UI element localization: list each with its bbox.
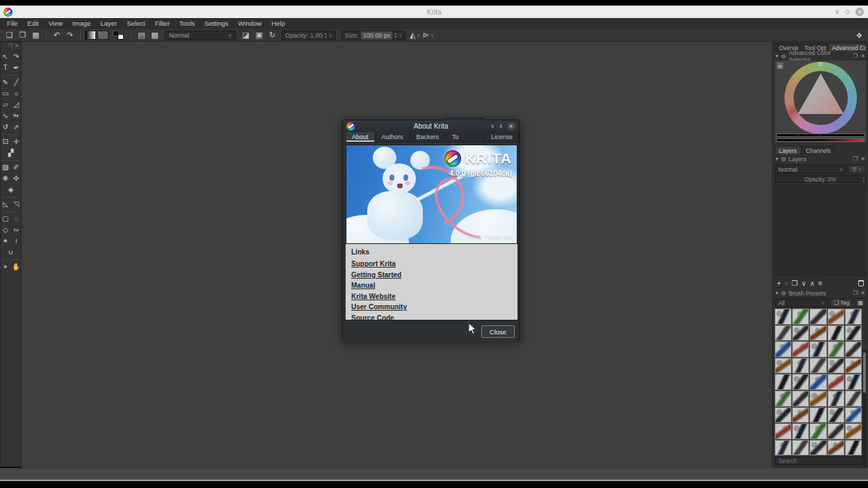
brush-preset-item[interactable]	[792, 325, 809, 341]
freehand-select-tool[interactable]: ∾	[12, 225, 22, 235]
eraser-mode-button[interactable]: ◪	[240, 30, 252, 40]
dock-tab-channels[interactable]: Channels	[802, 146, 835, 154]
advanced-color-selector[interactable]: ▤	[775, 60, 866, 143]
brush-preset-item[interactable]	[775, 358, 791, 374]
color-history-strip[interactable]	[776, 133, 865, 137]
window-maximize-icon[interactable]: ◇	[845, 8, 850, 15]
close-docker-icon[interactable]: ✕	[860, 290, 865, 296]
colorize-mask-tool[interactable]: ❋	[1, 173, 10, 184]
brush-preset-item[interactable]	[845, 341, 862, 357]
mirror-horizontal-button[interactable]: ◭∨	[409, 30, 421, 40]
spin-arrows-icon[interactable]: ▴▾	[862, 176, 865, 182]
polygon-tool[interactable]: ▱	[1, 99, 10, 110]
close-button[interactable]: Close	[481, 325, 515, 338]
brush-preset-item[interactable]	[775, 341, 791, 357]
choose-brush-preset-button[interactable]: ▩	[149, 30, 161, 40]
scrollbar-thumb[interactable]	[863, 352, 866, 393]
advanced-color-selector-header[interactable]: ▾ ◍ Advanced Color Selector ❐ ✕	[773, 51, 868, 60]
brush-preset-item[interactable]	[810, 391, 826, 407]
menu-select[interactable]: Select	[122, 18, 150, 29]
brush-preset-item[interactable]	[828, 440, 844, 456]
delete-layer-button[interactable]	[858, 280, 864, 286]
dialog-tab-about[interactable]: About	[346, 131, 375, 142]
select-shapes-tool[interactable]: ↖	[1, 51, 10, 62]
brush-preset-item[interactable]	[828, 341, 844, 357]
brush-preset-item[interactable]	[810, 374, 826, 390]
preset-filter-select[interactable]: All ∨	[775, 298, 828, 307]
dialog-titlebar[interactable]: About Krita ∨ ∧ ✕	[343, 120, 519, 132]
move-tool[interactable]: ✛	[12, 136, 22, 147]
brush-preset-item[interactable]	[775, 423, 791, 439]
crop-tool[interactable]: ▞	[6, 147, 16, 158]
dialog-tab-license[interactable]: License	[485, 131, 519, 142]
brush-preset-item[interactable]	[775, 391, 791, 407]
reload-preset-button[interactable]: ↻	[266, 30, 278, 40]
workspace-chooser-button[interactable]: ❖	[853, 31, 865, 41]
brush-preset-item[interactable]	[845, 309, 862, 325]
dock-tab-layers[interactable]: Layers	[775, 146, 801, 154]
saturation-triangle[interactable]	[794, 71, 848, 125]
fill-tool[interactable]: ◈	[6, 184, 16, 195]
brush-preset-item[interactable]	[810, 423, 826, 439]
multibrush-tool[interactable]: ⇗	[12, 122, 22, 132]
foreground-background-colors[interactable]	[112, 30, 124, 40]
move-layer-down-button[interactable]: ∨	[801, 279, 806, 287]
polygonal-select-tool[interactable]: ◇	[1, 225, 10, 235]
layer-filter-button[interactable]: ▽ ∨	[848, 165, 866, 174]
chevron-down-icon[interactable]: ∨	[399, 33, 402, 38]
window-titlebar[interactable]: Krita ∨ ◇ ✕	[0, 6, 868, 18]
canvas-area[interactable]: About Krita ∨ ∧ ✕ AboutAuthorsBackersAls…	[22, 42, 772, 468]
brush-preset-item[interactable]	[792, 309, 809, 325]
preserve-alpha-button[interactable]: ▣	[253, 30, 265, 40]
preset-search-input[interactable]: Search	[775, 457, 866, 465]
brush-preset-item[interactable]	[845, 358, 862, 374]
dialog-close-icon[interactable]: ✕	[507, 122, 515, 131]
transform-tool[interactable]: ⊡	[1, 136, 10, 147]
tag-button[interactable]: ❑ Tag	[830, 298, 853, 307]
brush-preset-item[interactable]	[845, 423, 862, 439]
blending-mode-select[interactable]: Normal ∨	[165, 31, 236, 40]
opacity-spinner[interactable]: Opacity: 1.00 ▴▾ ∨	[282, 31, 336, 40]
text-tool[interactable]: T	[1, 63, 10, 73]
brush-preset-item[interactable]	[792, 391, 809, 407]
chevron-down-icon[interactable]: ∨	[431, 33, 434, 38]
move-layer-up-button[interactable]: ∧	[810, 279, 814, 287]
dialog-tab-backers[interactable]: Backers	[410, 131, 446, 142]
brush-preset-item[interactable]	[845, 440, 862, 456]
float-docker-icon[interactable]: ❐	[853, 53, 858, 59]
ellipse-tool[interactable]: ○	[12, 88, 22, 99]
brush-preset-item[interactable]	[775, 407, 791, 423]
hue-ring[interactable]	[785, 62, 857, 134]
brush-preset-item[interactable]	[810, 325, 826, 341]
brush-preset-item[interactable]	[828, 325, 844, 341]
layer-opacity-slider[interactable]: Opacity: 0% ▴▾	[775, 175, 866, 183]
rectangle-tool[interactable]: ▭	[1, 88, 10, 99]
brush-preset-item[interactable]	[810, 407, 826, 423]
brush-preset-item[interactable]	[792, 374, 809, 390]
chevron-down-icon[interactable]: ∨	[785, 281, 788, 286]
brush-preset-item[interactable]	[828, 358, 844, 374]
brush-preset-item[interactable]	[792, 440, 809, 456]
collapse-icon[interactable]: ▾	[775, 53, 778, 59]
dynamic-brush-tool[interactable]: ↺	[1, 122, 10, 132]
close-docker-icon[interactable]: ✕	[15, 43, 19, 51]
brush-preset-item[interactable]	[775, 325, 791, 341]
menu-image[interactable]: Image	[67, 18, 95, 29]
float-docker-icon[interactable]: ❐	[8, 43, 13, 51]
layer-properties-button[interactable]: ≡	[819, 279, 823, 287]
link-support-krita[interactable]: Support Krita	[351, 260, 512, 268]
smart-patch-tool[interactable]: ✣	[12, 173, 22, 184]
menu-file[interactable]: File	[2, 18, 22, 29]
menu-tools[interactable]: Tools	[175, 18, 200, 29]
menu-view[interactable]: View	[44, 18, 67, 29]
display-mode-button[interactable]: ▦	[855, 298, 866, 307]
brush-preset-item[interactable]	[792, 341, 809, 357]
brush-presets-header[interactable]: ▾ ◍ Brush Presets ❐ ✕	[773, 288, 868, 298]
freehand-path-tool[interactable]: ↬	[12, 111, 22, 121]
window-close-icon[interactable]: ✕	[855, 8, 864, 16]
close-docker-icon[interactable]: ✕	[860, 156, 865, 162]
edit-shapes-tool[interactable]: ↷	[12, 51, 22, 62]
similar-color-select-tool[interactable]: ✶	[1, 236, 10, 246]
line-tool[interactable]: ╱	[12, 77, 22, 88]
pan-tool[interactable]: ✋	[12, 261, 22, 272]
